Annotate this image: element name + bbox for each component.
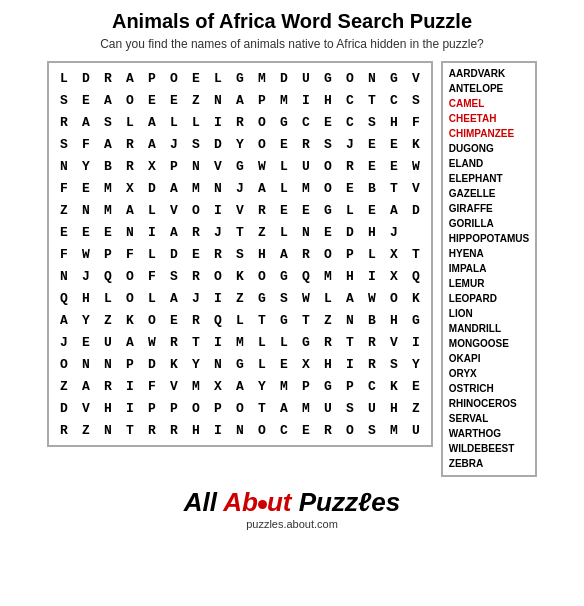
grid-cell: O [163, 67, 185, 89]
grid-cell: C [339, 89, 361, 111]
grid-cell: N [295, 221, 317, 243]
grid-cell: F [53, 177, 75, 199]
grid-cell: F [141, 265, 163, 287]
grid-cell: D [141, 353, 163, 375]
grid-cell: S [339, 397, 361, 419]
grid-cell: H [185, 419, 207, 441]
grid-cell: X [295, 353, 317, 375]
grid-cell: C [295, 111, 317, 133]
grid-cell: Z [317, 309, 339, 331]
grid-cell: I [207, 287, 229, 309]
grid-cell: G [251, 287, 273, 309]
grid-cell: R [295, 133, 317, 155]
grid-cell: Z [97, 309, 119, 331]
grid-cell: P [207, 397, 229, 419]
grid-cell: E [339, 177, 361, 199]
grid-cell: A [119, 67, 141, 89]
grid-cell: T [185, 331, 207, 353]
grid-cell: M [317, 265, 339, 287]
grid-cell: P [163, 397, 185, 419]
grid-cell: T [339, 331, 361, 353]
grid-cell: A [75, 375, 97, 397]
word-item: AARDVARK [449, 67, 529, 81]
grid-cell: L [53, 67, 75, 89]
grid-cell: L [251, 353, 273, 375]
grid-cell: O [119, 287, 141, 309]
grid-cell: M [295, 177, 317, 199]
grid-cell: H [97, 397, 119, 419]
grid-cell: X [383, 265, 405, 287]
grid-cell: F [141, 375, 163, 397]
word-item: CHIMPANZEE [449, 127, 529, 141]
grid-cell: G [383, 67, 405, 89]
grid-cell: A [163, 287, 185, 309]
grid-cell: E [185, 243, 207, 265]
grid-cell: R [361, 331, 383, 353]
grid-cell: E [295, 419, 317, 441]
grid-cell: W [405, 155, 427, 177]
grid-cell: E [75, 331, 97, 353]
grid-cell: V [405, 177, 427, 199]
subtitle: Can you find the names of animals native… [100, 37, 484, 51]
grid-cell: A [97, 133, 119, 155]
grid-cell: J [383, 221, 405, 243]
grid-cell: O [251, 133, 273, 155]
logo-all: All [184, 487, 223, 517]
grid-cell: L [163, 111, 185, 133]
grid-cell: A [163, 177, 185, 199]
grid-cell: L [317, 287, 339, 309]
grid-cell: S [163, 265, 185, 287]
grid-cell: D [339, 221, 361, 243]
grid-cell: W [295, 287, 317, 309]
grid-cell: G [273, 111, 295, 133]
grid-cell: X [383, 243, 405, 265]
grid-cell: Q [53, 287, 75, 309]
grid-cell: A [251, 177, 273, 199]
grid-cell: N [339, 309, 361, 331]
grid-cell: A [97, 89, 119, 111]
grid-cell: Q [97, 265, 119, 287]
grid-cell: U [295, 155, 317, 177]
grid-cell: O [317, 177, 339, 199]
grid-cell: C [383, 89, 405, 111]
grid-cell: Q [207, 309, 229, 331]
grid-cell: N [119, 221, 141, 243]
grid-cell: P [339, 375, 361, 397]
grid-cell: L [273, 155, 295, 177]
word-item: ANTELOPE [449, 82, 529, 96]
grid-cell: G [229, 67, 251, 89]
grid-cell: L [141, 243, 163, 265]
grid-cell: B [361, 177, 383, 199]
grid-cell: J [163, 133, 185, 155]
grid-cell: O [119, 265, 141, 287]
grid-cell: X [207, 375, 229, 397]
grid-cell: E [361, 155, 383, 177]
grid-cell: G [405, 309, 427, 331]
grid-cell: E [273, 133, 295, 155]
grid-cell: H [383, 309, 405, 331]
grid-cell: H [317, 353, 339, 375]
grid-cell: E [273, 353, 295, 375]
grid-cell: O [141, 309, 163, 331]
word-item: WILDEBEEST [449, 442, 529, 456]
grid-cell: L [273, 177, 295, 199]
grid-cell: U [295, 67, 317, 89]
grid-cell: J [185, 287, 207, 309]
grid-cell: E [75, 221, 97, 243]
grid-cell: M [97, 177, 119, 199]
grid-cell: I [339, 353, 361, 375]
grid-cell: K [163, 353, 185, 375]
grid-cell: R [119, 133, 141, 155]
grid-cell: V [163, 375, 185, 397]
grid-cell: L [273, 331, 295, 353]
grid-cell: H [383, 397, 405, 419]
grid-cell: N [207, 177, 229, 199]
grid-cell: G [229, 155, 251, 177]
grid-cell: S [53, 133, 75, 155]
grid-cell: H [383, 111, 405, 133]
grid-cell: U [317, 397, 339, 419]
grid-cell: D [207, 133, 229, 155]
grid-cell: L [339, 199, 361, 221]
grid-cell: Y [229, 133, 251, 155]
grid-cell: E [163, 89, 185, 111]
